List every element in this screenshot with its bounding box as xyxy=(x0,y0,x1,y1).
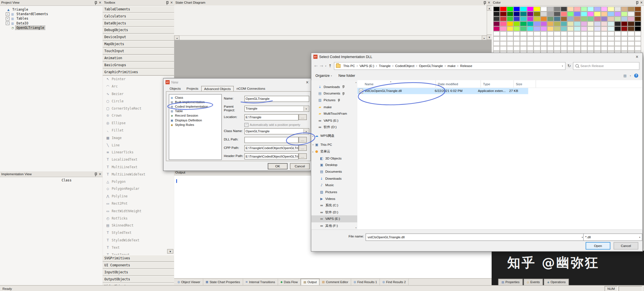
cancel-button[interactable]: Cancel xyxy=(290,163,310,169)
color-swatch[interactable] xyxy=(621,17,628,22)
sidebar-item[interactable]: ▤ Documents xyxy=(311,90,357,97)
color-swatch[interactable] xyxy=(608,11,614,17)
sidebar-item[interactable]: ▶ Videos xyxy=(311,195,357,202)
color-swatch[interactable] xyxy=(554,17,561,22)
color-swatch[interactable] xyxy=(601,36,608,41)
color-swatch[interactable] xyxy=(520,36,527,41)
sidebar-item[interactable]: ▨ Pictures xyxy=(311,97,357,104)
color-swatch[interactable] xyxy=(634,17,641,22)
color-swatch[interactable] xyxy=(534,26,540,31)
color-swatch[interactable] xyxy=(540,26,547,31)
color-swatch[interactable] xyxy=(493,17,500,22)
color-swatch[interactable] xyxy=(614,26,621,31)
breadcrumb-segment[interactable]: Triangle › xyxy=(378,64,394,68)
color-swatch[interactable] xyxy=(587,17,594,22)
cpp-path-input[interactable]: E:\Triangle\CodedObject\OpenGLTriang xyxy=(244,145,299,151)
color-swatch[interactable] xyxy=(614,17,621,22)
color-swatch[interactable] xyxy=(540,11,547,17)
color-swatch[interactable] xyxy=(574,31,581,36)
color-swatch[interactable] xyxy=(614,31,621,36)
color-swatch[interactable] xyxy=(527,26,534,31)
sidebar-item[interactable]: ▬ 其他 (F:) xyxy=(311,222,357,229)
toolbox-category[interactable]: UI Components xyxy=(103,262,174,269)
color-swatch[interactable] xyxy=(634,46,641,51)
color-swatch[interactable] xyxy=(594,21,601,26)
dialog-tab[interactable]: Projects xyxy=(184,86,201,92)
tree-item[interactable]: + ▥ Tables xyxy=(1,17,102,21)
dock-tab[interactable]: ◎ Object Viewer xyxy=(175,279,203,285)
color-swatch[interactable] xyxy=(520,41,527,46)
color-swatch[interactable] xyxy=(601,17,608,22)
color-swatch[interactable] xyxy=(614,6,621,11)
sidebar-item[interactable]: ▬ 系统 (C:) xyxy=(311,202,357,209)
color-swatch[interactable] xyxy=(601,6,608,11)
color-swatch[interactable] xyxy=(608,17,614,22)
views-dropdown-icon[interactable]: ▾ xyxy=(630,74,631,77)
toolbox-item[interactable]: T StyledText xyxy=(103,229,174,237)
new-folder-button[interactable]: New folder xyxy=(338,73,355,78)
color-swatch[interactable] xyxy=(594,17,601,22)
sidebar-item[interactable]: ↓ Downloads xyxy=(311,84,357,90)
parent-project-select[interactable]: Triangle ▾ xyxy=(244,106,309,112)
color-swatch[interactable] xyxy=(581,31,587,36)
color-swatch[interactable] xyxy=(527,31,534,36)
color-swatch[interactable] xyxy=(608,31,614,36)
color-swatch[interactable] xyxy=(520,26,527,31)
sidebar-item[interactable]: ▬ VAPS (E:) xyxy=(311,216,357,222)
color-swatch[interactable] xyxy=(540,41,547,46)
color-swatch[interactable] xyxy=(601,11,608,17)
color-swatch[interactable] xyxy=(621,46,628,51)
color-swatch[interactable] xyxy=(594,26,601,31)
color-swatch[interactable] xyxy=(614,36,621,41)
sidebar-item[interactable]: ▣ Desktop xyxy=(311,162,357,168)
dock-tab[interactable]: ▤ Output xyxy=(301,279,320,285)
dll-path-input[interactable] xyxy=(244,137,299,143)
color-swatch[interactable] xyxy=(493,31,500,36)
color-swatch[interactable] xyxy=(547,46,554,51)
color-swatch[interactable] xyxy=(567,36,574,41)
file-type-select[interactable]: *.dll ▾ xyxy=(583,234,642,241)
chevron-down-icon[interactable]: ▾ xyxy=(639,236,640,239)
color-swatch[interactable] xyxy=(513,11,520,17)
color-swatch[interactable] xyxy=(534,46,540,51)
toolbox-scroll-down-button[interactable]: ▼ xyxy=(167,249,173,254)
checkbox-checked-icon[interactable]: ✓ xyxy=(244,123,248,127)
color-swatch[interactable] xyxy=(601,46,608,51)
expand-chevron-icon[interactable]: ▸ xyxy=(311,150,315,153)
toolbox-category[interactable]: InputObjects xyxy=(103,269,174,276)
color-swatch[interactable] xyxy=(547,36,554,41)
color-swatch[interactable] xyxy=(507,11,513,17)
forward-icon[interactable]: → xyxy=(320,64,323,68)
dock-tab[interactable]: ▧ Comment Editor xyxy=(320,279,351,285)
color-swatch[interactable] xyxy=(534,31,540,36)
color-swatch[interactable] xyxy=(601,21,608,26)
color-swatch[interactable] xyxy=(513,46,520,51)
location-browse-button[interactable]: ... xyxy=(299,114,307,120)
breadcrumb-segment[interactable]: make › xyxy=(446,64,459,68)
color-swatch[interactable] xyxy=(507,46,513,51)
color-swatch[interactable] xyxy=(527,41,534,46)
back-icon[interactable]: ← xyxy=(314,64,318,68)
ok-button[interactable]: OK xyxy=(268,163,287,169)
tree-item[interactable]: + ▥ DataIO xyxy=(1,21,102,26)
color-swatch[interactable] xyxy=(534,6,540,11)
color-swatch[interactable] xyxy=(534,21,540,26)
color-swatch[interactable] xyxy=(628,17,634,22)
color-swatch[interactable] xyxy=(561,31,567,36)
state-chart-viewport[interactable] xyxy=(174,5,487,35)
color-swatch[interactable] xyxy=(513,6,520,11)
color-swatch[interactable] xyxy=(561,17,567,22)
name-input[interactable]: OpenGLTriangle xyxy=(244,96,309,102)
color-swatch[interactable] xyxy=(634,36,641,41)
color-swatch[interactable] xyxy=(594,6,601,11)
tree-item[interactable]: ◔ OpenGLTriangle xyxy=(1,26,102,30)
color-swatch[interactable] xyxy=(574,21,581,26)
color-swatch[interactable] xyxy=(500,17,507,22)
color-swatch[interactable] xyxy=(520,31,527,36)
color-swatch[interactable] xyxy=(634,26,641,31)
color-swatch[interactable] xyxy=(567,31,574,36)
expand-chevron-icon[interactable]: ▾ xyxy=(311,144,315,146)
views-icon[interactable]: ▤ xyxy=(624,74,627,77)
color-swatch[interactable] xyxy=(628,36,634,41)
file-row[interactable]: vxtClsOpenGLTriangle.dll 6/22/2021 6:02 … xyxy=(357,88,528,94)
